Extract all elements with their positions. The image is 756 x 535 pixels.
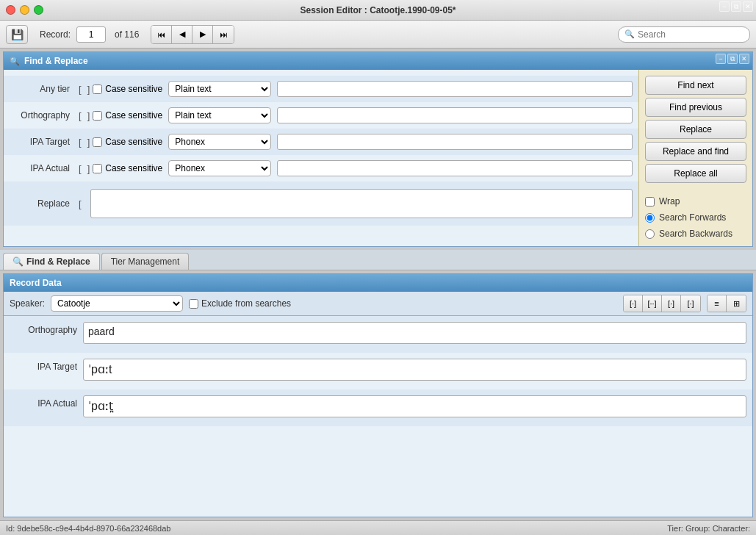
replace-label: Replace — [10, 198, 76, 209]
wrap-row[interactable]: Wrap — [645, 195, 746, 208]
ipa-target-find-label: IPA Target — [10, 137, 76, 147]
format-icon-group-1: [·] [··] [·] [·] — [623, 295, 701, 312]
find-previous-button[interactable]: Find previous — [645, 98, 746, 117]
any-tier-case-checkbox[interactable] — [93, 85, 102, 94]
ipa-target-bracket-left: [ — [79, 137, 82, 148]
tabs-bar: 🔍 Find & Replace Tier Management — [0, 250, 756, 270]
record-panel-header: Record Data − ⧉ ✕ — [4, 274, 752, 292]
ipa-actual-value-text: ˈpɑːt̪ — [88, 400, 113, 412]
replace-button[interactable]: Replace — [645, 120, 746, 139]
find-replace-panel: 🔍 Find & Replace − ⧉ ✕ Any tier [ ] — [3, 51, 753, 247]
speaker-select[interactable]: Catootje — [51, 295, 183, 312]
ipa-actual-bracket-right: ] — [87, 163, 90, 174]
record-label: Record: — [40, 29, 71, 40]
ortho-search-field[interactable] — [277, 107, 633, 123]
tab-find-replace[interactable]: 🔍 Find & Replace — [3, 253, 100, 270]
exclude-check[interactable]: Exclude from searches — [189, 298, 291, 309]
next-record-button[interactable]: ▶ — [192, 26, 213, 43]
ipa-target-data-row: IPA Target ˈpɑːt — [4, 353, 752, 389]
find-next-button[interactable]: Find next — [645, 76, 746, 95]
window-title: Session Editor : Catootje.1990-09-05* — [300, 5, 456, 15]
search-forwards-label: Search Forwards — [659, 212, 726, 223]
ortho-bracket-left: [ — [79, 110, 82, 121]
search-forwards-row[interactable]: Search Forwards — [645, 211, 746, 224]
restore-panel-button[interactable]: ⧉ — [727, 54, 738, 64]
ortho-type-select[interactable]: Plain text Regex Phonex — [168, 107, 271, 123]
ipa-actual-data-label: IPA Actual — [10, 395, 83, 409]
replace-field[interactable] — [90, 189, 633, 218]
any-tier-bracket-right: ] — [87, 84, 90, 95]
find-replace-tab-icon: 🔍 — [12, 256, 24, 267]
ipa-target-data-label: IPA Target — [10, 359, 83, 372]
record-data-content: Orthography paard IPA Target ˈpɑːt IPA A… — [4, 316, 752, 426]
find-replace-tab-label: Find & Replace — [26, 256, 90, 267]
ipa-target-case-checkbox[interactable] — [93, 137, 102, 147]
any-tier-type-select[interactable]: Plain text Regex Phonex — [168, 81, 271, 97]
ipa-target-value-text: ˈpɑːt — [88, 363, 112, 376]
ipa-actual-case-check[interactable]: Case sensitive — [93, 163, 162, 173]
replace-row: Replace [ — [4, 182, 638, 226]
ortho-bracket-right: ] — [87, 110, 90, 121]
search-forwards-radio[interactable] — [645, 213, 655, 223]
layout-btn-2[interactable]: ⊞ — [727, 295, 746, 312]
panel-controls[interactable]: − ⧉ ✕ — [716, 54, 749, 64]
ipa-actual-case-checkbox[interactable] — [93, 164, 102, 173]
ipa-target-type-select[interactable]: Plain text Regex Phonex — [168, 134, 271, 150]
ipa-actual-bracket-left: [ — [79, 163, 82, 174]
ortho-case-label: Case sensitive — [105, 110, 162, 121]
status-bar: Id: 9debe58c-c9e4-4b4d-8970-66a232468dab… — [0, 520, 756, 535]
any-tier-search-field[interactable] — [277, 81, 633, 97]
tab-tier-management[interactable]: Tier Management — [101, 253, 190, 270]
prev-record-button[interactable]: ◀ — [172, 26, 192, 43]
record-panel-title: Record Data — [10, 278, 62, 288]
format-btn-4[interactable]: [·] — [681, 295, 700, 312]
minimize-panel-button[interactable]: − — [716, 54, 726, 64]
replace-and-find-button[interactable]: Replace and find — [645, 142, 746, 161]
orthography-data-value[interactable]: paard — [83, 322, 746, 344]
find-replace-header: 🔍 Find & Replace − ⧉ ✕ — [4, 52, 752, 70]
orthography-data-row: Orthography paard — [4, 316, 752, 353]
format-btn-3[interactable]: [·] — [662, 295, 681, 312]
format-icon-group-2: ≡ ⊞ — [707, 295, 746, 312]
search-input[interactable] — [638, 29, 744, 40]
save-button[interactable]: 💾 — [6, 25, 28, 44]
toolbar: 💾 Record: of 116 ⏮ ◀ ▶ ⏭ 🔍 — [0, 21, 756, 49]
ipa-target-bracket-right: ] — [87, 137, 90, 148]
search-backwards-label: Search Backwards — [659, 229, 732, 239]
first-record-button[interactable]: ⏮ — [151, 26, 172, 43]
search-icon: 🔍 — [624, 29, 635, 39]
close-button[interactable] — [6, 5, 15, 15]
ipa-actual-data-value[interactable]: ˈpɑːt̪ — [83, 395, 746, 417]
ipa-target-search-field[interactable] — [277, 134, 633, 150]
window-controls[interactable] — [6, 5, 43, 15]
orthography-value-text: paard — [88, 326, 115, 337]
ipa-actual-find-label: IPA Actual — [10, 163, 76, 173]
layout-btn-1[interactable]: ≡ — [708, 295, 727, 312]
title-bar: Session Editor : Catootje.1990-09-05* — [0, 0, 756, 21]
search-backwards-radio[interactable] — [645, 229, 655, 239]
ortho-case-check[interactable]: Case sensitive — [93, 110, 162, 121]
record-number-input[interactable] — [76, 26, 106, 43]
ipa-target-case-check[interactable]: Case sensitive — [93, 137, 162, 147]
wrap-checkbox[interactable] — [645, 197, 655, 207]
ortho-case-checkbox[interactable] — [93, 111, 102, 121]
exclude-checkbox[interactable] — [189, 299, 198, 309]
format-btn-1[interactable]: [·] — [624, 295, 643, 312]
right-action-panel: Find next Find previous Replace Replace … — [638, 70, 752, 246]
format-btn-2[interactable]: [··] — [643, 295, 662, 312]
search-box[interactable]: 🔍 — [618, 26, 750, 43]
minimize-button[interactable] — [20, 5, 29, 15]
search-backwards-row[interactable]: Search Backwards — [645, 227, 746, 240]
replace-all-button[interactable]: Replace all — [645, 164, 746, 183]
maximize-button[interactable] — [34, 5, 43, 15]
find-replace-section: 🔍 Find & Replace − ⧉ ✕ Any tier [ ] — [0, 49, 756, 270]
ipa-target-data-value[interactable]: ˈpɑːt — [83, 359, 746, 381]
ipa-actual-search-field[interactable] — [277, 160, 633, 176]
any-tier-case-check[interactable]: Case sensitive — [93, 84, 162, 94]
last-record-button[interactable]: ⏭ — [213, 26, 234, 43]
ipa-actual-data-row: IPA Actual ˈpɑːt̪ — [4, 389, 752, 426]
ipa-actual-type-select[interactable]: Plain text Regex Phonex — [168, 160, 271, 176]
close-panel-button[interactable]: ✕ — [739, 54, 749, 64]
replace-bracket-left: [ — [79, 198, 82, 209]
find-icon: 🔍 — [10, 57, 20, 66]
